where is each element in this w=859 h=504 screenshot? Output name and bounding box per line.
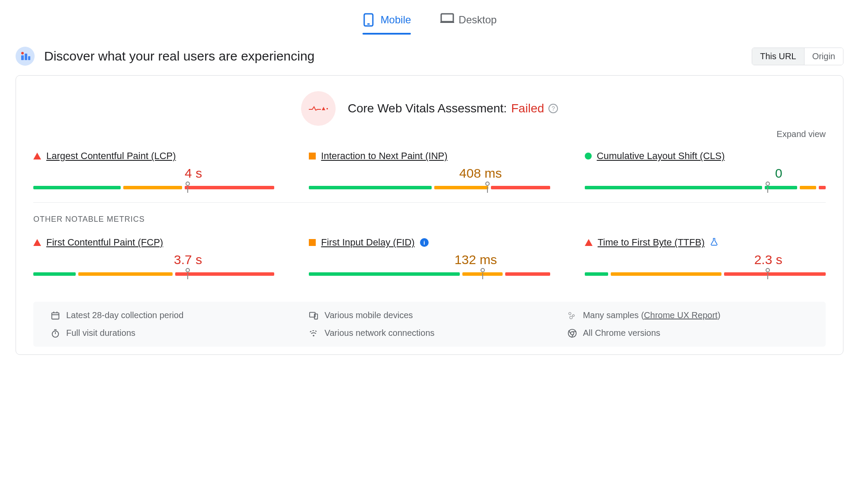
- svg-point-18: [570, 316, 572, 319]
- vitals-card: Core Web Vitals Assessment: Failed ? Exp…: [16, 75, 843, 355]
- marker-cls: [766, 182, 770, 186]
- info-icon[interactable]: i: [420, 238, 429, 247]
- distribution-bar-fcp: [33, 272, 274, 276]
- flask-icon: [710, 237, 718, 248]
- distribution-bar-fid: [309, 272, 550, 276]
- toggle-this-url[interactable]: This URL: [752, 48, 804, 65]
- calendar-icon: [51, 311, 60, 320]
- info-period: Latest 28-day collection period: [51, 310, 292, 320]
- distribution-bar-ttfb: [585, 272, 826, 276]
- metric-value-ttfb: 2.3 s: [585, 252, 826, 267]
- square-icon: [309, 239, 316, 246]
- svg-point-22: [313, 335, 314, 336]
- svg-rect-9: [327, 108, 328, 109]
- tab-desktop-label: Desktop: [458, 14, 497, 26]
- svg-rect-10: [52, 313, 59, 319]
- svg-point-17: [572, 314, 574, 316]
- tab-mobile[interactable]: Mobile: [360, 9, 414, 35]
- metric-name-lcp[interactable]: Largest Contentful Paint (LCP): [46, 150, 176, 162]
- mobile-icon: [362, 13, 375, 27]
- section-header: Discover what your real users are experi…: [16, 47, 843, 66]
- crux-icon: [16, 47, 35, 66]
- info-devices: Various mobile devices: [309, 310, 550, 320]
- square-icon: [309, 153, 316, 159]
- metric-cls: Cumulative Layout Shift (CLS)0: [585, 150, 826, 189]
- chrome-icon: [567, 329, 577, 338]
- cwv-label: Core Web Vitals Assessment:: [348, 102, 507, 115]
- svg-rect-2: [441, 14, 453, 22]
- stopwatch-icon: [51, 329, 60, 338]
- circle-icon: [585, 153, 592, 159]
- section-title: Discover what your real users are experi…: [44, 49, 314, 64]
- tab-desktop[interactable]: Desktop: [438, 9, 499, 35]
- metric-name-fid[interactable]: First Input Delay (FID): [321, 237, 414, 248]
- svg-point-16: [568, 312, 571, 315]
- help-icon[interactable]: ?: [548, 104, 558, 113]
- cwv-assessment: Core Web Vitals Assessment: Failed ?: [33, 91, 826, 126]
- metric-name-ttfb[interactable]: Time to First Byte (TTFB): [598, 237, 705, 248]
- metric-fid: First Input Delay (FID)i132 ms: [309, 237, 550, 276]
- metric-ttfb: Time to First Byte (TTFB)2.3 s: [585, 237, 826, 276]
- distribution-bar-inp: [309, 186, 550, 189]
- toggle-origin[interactable]: Origin: [804, 48, 843, 65]
- svg-point-19: [52, 331, 59, 337]
- scatter-icon: [567, 311, 577, 320]
- divider: [33, 202, 826, 203]
- triangle-icon: [33, 239, 41, 246]
- tab-mobile-label: Mobile: [381, 14, 411, 26]
- svg-rect-7: [28, 56, 30, 60]
- metric-lcp: Largest Contentful Paint (LCP)4 s: [33, 150, 274, 189]
- marker-ttfb: [766, 268, 770, 272]
- metric-inp: Interaction to Next Paint (INP)408 ms: [309, 150, 550, 189]
- collection-info: Latest 28-day collection period Various …: [33, 302, 826, 347]
- info-chrome: All Chrome versions: [567, 328, 808, 338]
- scope-toggle: This URL Origin: [752, 48, 843, 65]
- desktop-icon: [440, 13, 452, 27]
- metric-value-cls: 0: [585, 166, 826, 181]
- metric-value-fid: 132 ms: [309, 252, 550, 267]
- device-tabs: Mobile Desktop: [16, 9, 843, 35]
- info-durations: Full visit durations: [51, 328, 292, 338]
- svg-rect-5: [21, 55, 24, 60]
- core-metrics-grid: Largest Contentful Paint (LCP)4 sInterac…: [33, 150, 826, 202]
- marker-inp: [485, 182, 490, 186]
- metric-value-inp: 408 ms: [309, 166, 550, 181]
- marker-fid: [481, 268, 485, 272]
- info-samples: Many samples (Chrome UX Report): [567, 310, 808, 320]
- metric-value-fcp: 3.7 s: [33, 252, 274, 267]
- wifi-icon: [309, 329, 318, 338]
- svg-rect-3: [440, 22, 454, 23]
- metric-name-cls[interactable]: Cumulative Layout Shift (CLS): [597, 150, 725, 162]
- expand-view-link[interactable]: Expand view: [33, 129, 826, 139]
- info-network: Various network connections: [309, 328, 550, 338]
- svg-point-4: [21, 52, 24, 54]
- metric-fcp: First Contentful Paint (FCP)3.7 s: [33, 237, 274, 276]
- svg-rect-1: [367, 23, 370, 25]
- svg-marker-8: [322, 107, 325, 110]
- marker-lcp: [186, 182, 190, 186]
- devices-icon: [309, 311, 318, 320]
- cwv-status-text: Failed: [511, 102, 544, 115]
- metric-name-fcp[interactable]: First Contentful Paint (FCP): [46, 237, 163, 248]
- other-metrics-grid: First Contentful Paint (FCP)3.7 sFirst I…: [33, 237, 826, 289]
- triangle-icon: [33, 153, 41, 159]
- triangle-icon: [585, 239, 593, 246]
- other-metrics-heading: OTHER NOTABLE METRICS: [33, 215, 826, 224]
- distribution-bar-lcp: [33, 186, 274, 189]
- crux-report-link[interactable]: Chrome UX Report: [644, 310, 718, 320]
- marker-fcp: [186, 268, 190, 272]
- distribution-bar-cls: [585, 186, 826, 189]
- svg-rect-6: [25, 54, 27, 60]
- metric-value-lcp: 4 s: [33, 166, 274, 181]
- metric-name-inp[interactable]: Interaction to Next Paint (INP): [321, 150, 447, 162]
- cwv-status-icon: [301, 91, 336, 126]
